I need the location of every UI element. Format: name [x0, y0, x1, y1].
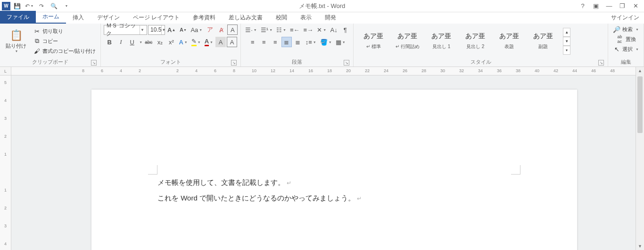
tab-mailings[interactable]: 差し込み文書 [222, 12, 269, 24]
chevron-down-icon: ▼ [65, 4, 68, 8]
subscript-button[interactable]: x₂ [155, 37, 165, 47]
enclose-char-button[interactable]: A [227, 25, 238, 35]
zoom-icon: 🔍 [50, 3, 58, 9]
align-center-button[interactable]: ≡ [259, 37, 269, 47]
line-spacing-button[interactable]: ↕≡▼ [304, 37, 318, 47]
paragraph[interactable]: メモ帳を使用して、文書を記載します。 [157, 175, 511, 190]
page-content[interactable]: メモ帳を使用して、文書を記載します。 これを Word で開いたときにどうなるの… [91, 90, 577, 206]
cut-label: 切り取り [42, 28, 63, 35]
copy-button[interactable]: ⧉コピー [31, 36, 98, 46]
style-preview: あア亜 [397, 32, 417, 41]
clear-formatting-button[interactable]: A̷ [216, 25, 226, 35]
style-item[interactable]: あア亜副題 [527, 27, 559, 55]
distributed-button[interactable]: ≣ [293, 37, 303, 47]
tab-developer[interactable]: 開発 [318, 12, 343, 24]
font-color-button[interactable]: A▼ [203, 37, 215, 47]
chevron-down-icon[interactable]: ▼ [139, 41, 142, 44]
tab-insert[interactable]: 挿入 [66, 12, 91, 24]
paragraph-launcher[interactable]: ↘ [344, 60, 349, 66]
ruler-corner[interactable]: L [0, 67, 11, 75]
styles-down-button[interactable]: ▼ [563, 37, 570, 46]
change-case-button[interactable]: Aa▼ [189, 25, 204, 35]
style-name: 副題 [538, 43, 548, 50]
qat-customize-button[interactable]: ▼ [60, 1, 72, 11]
format-painter-button[interactable]: 🖌書式のコピー/貼り付け [31, 46, 98, 56]
sort-button[interactable]: A↓ [329, 25, 339, 35]
superscript-button[interactable]: x² [166, 37, 176, 47]
justify-button[interactable]: ≣ [281, 37, 292, 47]
scroll-up-button[interactable]: ▲ [636, 67, 644, 75]
replace-button[interactable]: abac置換 [614, 34, 638, 44]
char-border-button[interactable]: A [227, 37, 237, 47]
ruler-tick: 4 [0, 242, 11, 246]
tab-review[interactable]: 校閲 [269, 12, 294, 24]
tab-design[interactable]: デザイン [91, 12, 126, 24]
char-shading-button[interactable]: A [215, 37, 226, 47]
strikethrough-button[interactable]: abc [143, 37, 154, 47]
italic-button[interactable]: I [116, 37, 126, 47]
numbering-button[interactable]: ☰¹▼ [259, 25, 274, 35]
scroll-thumb[interactable] [637, 76, 643, 133]
tab-home[interactable]: ホーム [36, 11, 66, 24]
font-size-select[interactable]: 10.5▼ [148, 25, 165, 35]
cut-button[interactable]: ✂切り取り [31, 26, 98, 36]
style-item[interactable]: あア亜表題 [493, 27, 525, 55]
page: メモ帳を使用して、文書を記載します。 これを Word で開いたときにどうなるの… [91, 90, 577, 250]
tab-references[interactable]: 参考資料 [186, 12, 222, 24]
restore-button[interactable]: ❐ [616, 1, 629, 11]
ruler-tick: 4 [195, 68, 198, 73]
font-launcher[interactable]: ↘ [231, 60, 237, 66]
minimize-button[interactable]: — [603, 1, 616, 11]
workspace: L 543211234 8642246810121416182022242628… [0, 67, 644, 250]
sign-in-link[interactable]: サインイン [606, 12, 644, 24]
paragraph[interactable]: これを Word で開いたときにどうなるのかやってみましょう。 [157, 190, 511, 206]
styles-up-button[interactable]: ▲ [563, 28, 570, 37]
show-marks-button[interactable]: ¶ [340, 25, 350, 35]
find-button[interactable]: 🔎検索▼ [611, 25, 641, 34]
align-left-button[interactable]: ≡ [248, 37, 258, 47]
select-button[interactable]: ↖選択▼ [611, 44, 641, 54]
shading-button[interactable]: 🪣▼ [319, 37, 333, 47]
style-item[interactable]: あア亜見出し 1 [425, 27, 457, 55]
decrease-indent-button[interactable]: ≡← [289, 25, 301, 35]
vertical-scrollbar[interactable]: ▲ ▼ [636, 67, 644, 250]
zoom-qat-button[interactable]: 🔍 [48, 1, 59, 11]
paste-button[interactable]: 📋 貼り付け ▼ [3, 28, 29, 54]
style-item[interactable]: あア亜↵ 標準 [357, 27, 389, 55]
scroll-down-button[interactable]: ▼ [636, 242, 644, 250]
document-canvas[interactable]: メモ帳を使用して、文書を記載します。 これを Word で開いたときにどうなるの… [11, 75, 636, 250]
font-name-select[interactable]: ＭＳ ゴシック▼ [104, 25, 147, 35]
asian-layout-button[interactable]: ✕▼ [315, 25, 328, 35]
align-right-button[interactable]: ≡ [270, 37, 281, 47]
styles-more-button[interactable]: ▾ [563, 46, 570, 55]
clipboard-launcher[interactable]: ↘ [91, 60, 97, 66]
vertical-ruler[interactable]: 543211234 [0, 75, 11, 250]
increase-indent-button[interactable]: ≡→ [302, 25, 315, 35]
bullets-button[interactable]: ☰·▼ [244, 25, 258, 35]
styles-launcher[interactable]: ↘ [598, 60, 604, 66]
ribbon-options-button[interactable]: ▣ [589, 1, 603, 11]
paste-label: 貼り付け [6, 42, 26, 50]
close-button[interactable]: ✕ [629, 1, 642, 11]
help-button[interactable]: ? [576, 1, 589, 11]
shrink-font-button[interactable]: A▼ [178, 25, 188, 35]
chevron-down-icon: ▼ [140, 25, 145, 34]
tab-file[interactable]: ファイル [0, 11, 36, 24]
tab-page-layout[interactable]: ページ レイアウト [126, 12, 186, 24]
undo-button[interactable]: ↶▼ [24, 1, 35, 11]
phonetic-guide-button[interactable]: ア [205, 25, 215, 35]
tab-view[interactable]: 表示 [294, 12, 318, 24]
horizontal-ruler[interactable]: 8642246810121416182022242628303234363840… [11, 67, 636, 75]
ruler-tick: 28 [421, 68, 426, 73]
save-button[interactable]: 💾 [11, 1, 23, 11]
multilevel-list-button[interactable]: ☷▼ [275, 25, 288, 35]
text-effects-button[interactable]: A▼ [177, 37, 189, 47]
bold-button[interactable]: B [104, 37, 115, 47]
underline-button[interactable]: U [127, 37, 137, 47]
borders-button[interactable]: ▦▼ [334, 37, 347, 47]
style-item[interactable]: あア亜↵ 行間詰め [391, 27, 423, 55]
highlight-button[interactable]: ✎▼ [190, 37, 202, 47]
style-item[interactable]: あア亜見出し 2 [459, 27, 491, 55]
redo-button[interactable]: ↷ [36, 1, 47, 11]
grow-font-button[interactable]: A▲ [166, 25, 177, 35]
